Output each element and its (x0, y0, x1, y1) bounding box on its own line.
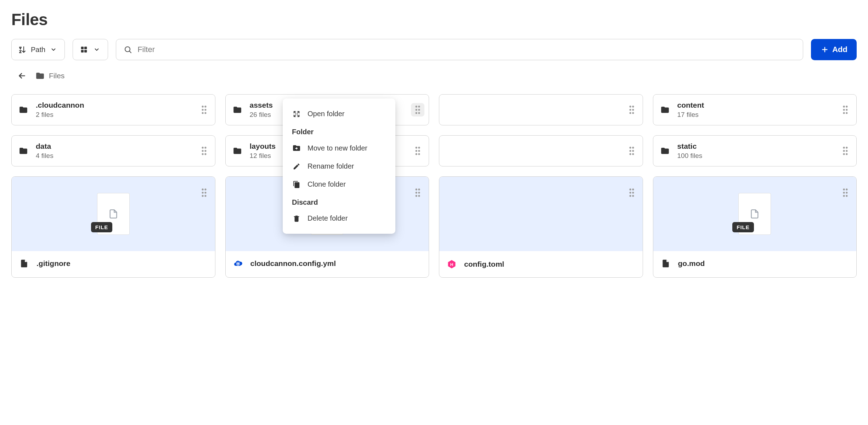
folder-actions-button[interactable] (197, 103, 211, 117)
svg-point-35 (416, 147, 417, 148)
svg-rect-2 (81, 50, 84, 52)
folder-icon (233, 102, 242, 118)
svg-point-8 (204, 109, 206, 110)
folder-meta: 17 files (677, 111, 704, 119)
svg-point-79 (846, 192, 847, 193)
folder-meta: 4 files (36, 152, 53, 160)
document-icon: FILE (738, 193, 771, 235)
svg-point-66 (237, 263, 239, 265)
svg-point-77 (846, 188, 847, 190)
svg-point-70 (629, 192, 631, 193)
svg-point-32 (204, 150, 206, 152)
file-footer: .gitignore (12, 251, 215, 276)
folder-info: data 4 files (36, 142, 53, 160)
folder-actions-button[interactable] (839, 103, 852, 117)
svg-point-26 (846, 109, 847, 110)
file-card[interactable]: H config.toml (439, 176, 643, 278)
svg-point-61 (416, 192, 417, 193)
folder-meta: 100 files (677, 152, 703, 160)
add-button[interactable]: Add (811, 39, 857, 60)
breadcrumb-root[interactable]: Files (35, 70, 64, 81)
svg-point-46 (632, 153, 634, 155)
menu-move-folder[interactable]: Move to new folder (283, 139, 395, 157)
file-actions-button[interactable] (411, 186, 424, 199)
svg-point-53 (202, 188, 203, 190)
file-actions-button[interactable] (625, 186, 638, 199)
menu-section-discard: Discard (283, 193, 395, 209)
svg-point-44 (632, 150, 634, 152)
folder-card[interactable]: static 100 files (653, 135, 857, 166)
file-card[interactable]: FILE .gitignore (11, 176, 215, 278)
svg-rect-0 (81, 47, 84, 49)
file-actions-button[interactable] (839, 186, 852, 199)
svg-point-78 (843, 192, 845, 193)
cloudcannon-icon (233, 257, 243, 270)
sort-label: Path (31, 46, 45, 54)
folder-icon (19, 102, 28, 118)
hugo-icon: H (447, 257, 456, 271)
folder-actions-button[interactable] (839, 144, 852, 158)
expand-icon (292, 110, 301, 118)
page-title: Files (11, 10, 857, 29)
svg-point-31 (202, 150, 203, 152)
menu-item-label: Move to new folder (308, 144, 367, 152)
menu-clone-folder[interactable]: Clone folder (283, 175, 395, 193)
svg-point-25 (843, 109, 845, 110)
svg-point-50 (846, 150, 847, 152)
copy-icon (292, 181, 301, 188)
svg-point-73 (632, 195, 634, 197)
svg-point-80 (843, 195, 845, 197)
svg-point-5 (202, 106, 203, 107)
folder-card[interactable]: .cloudcannon 2 files (11, 94, 215, 125)
file-name: cloudcannon.config.yml (250, 259, 336, 268)
svg-point-56 (204, 192, 206, 193)
svg-point-22 (632, 112, 634, 114)
sort-dropdown[interactable]: Path (11, 39, 65, 60)
folder-actions-button[interactable] (625, 103, 638, 117)
svg-point-81 (846, 195, 847, 197)
svg-point-24 (846, 106, 847, 107)
folder-icon (660, 102, 670, 118)
folder-card[interactable]: content 17 files (653, 94, 857, 125)
menu-item-label: Rename folder (308, 162, 354, 170)
breadcrumb-label: Files (49, 72, 64, 80)
svg-point-9 (202, 112, 203, 114)
folder-name: static (677, 142, 703, 151)
svg-point-10 (204, 112, 206, 114)
view-dropdown[interactable] (73, 39, 108, 60)
svg-point-41 (629, 147, 631, 148)
breadcrumb-back-button[interactable] (16, 69, 28, 82)
file-footer: go.mod (653, 251, 857, 276)
svg-point-57 (202, 195, 203, 197)
file-name: .gitignore (36, 259, 71, 268)
file-card[interactable]: FILE go.mod (653, 176, 857, 278)
svg-point-69 (632, 188, 634, 190)
folder-card[interactable] (439, 135, 643, 166)
svg-rect-3 (84, 50, 87, 52)
document-icon: FILE (97, 193, 130, 235)
svg-text:H: H (450, 262, 453, 267)
folder-meta: 12 files (250, 152, 276, 160)
folder-actions-button[interactable] (625, 144, 638, 158)
svg-point-4 (125, 47, 130, 52)
folder-actions-button[interactable] (411, 144, 424, 158)
filter-input[interactable] (137, 45, 796, 54)
svg-point-59 (416, 188, 417, 190)
folder-meta: 2 files (36, 111, 84, 119)
folder-actions-button[interactable] (411, 103, 424, 117)
search-icon (123, 45, 133, 54)
menu-open-folder[interactable]: Open folder (283, 105, 395, 123)
file-actions-button[interactable] (197, 186, 211, 199)
folder-card[interactable] (439, 94, 643, 125)
svg-point-64 (418, 195, 420, 197)
svg-point-37 (416, 150, 417, 152)
menu-delete-folder[interactable]: Delete folder (283, 209, 395, 227)
svg-point-38 (418, 150, 420, 152)
svg-point-14 (418, 109, 420, 110)
folder-actions-button[interactable] (197, 144, 211, 158)
menu-rename-folder[interactable]: Rename folder (283, 157, 395, 175)
folder-info: static 100 files (677, 142, 703, 160)
folder-card[interactable]: data 4 files (11, 135, 215, 166)
breadcrumb: Files (11, 69, 857, 82)
svg-point-36 (418, 147, 420, 148)
